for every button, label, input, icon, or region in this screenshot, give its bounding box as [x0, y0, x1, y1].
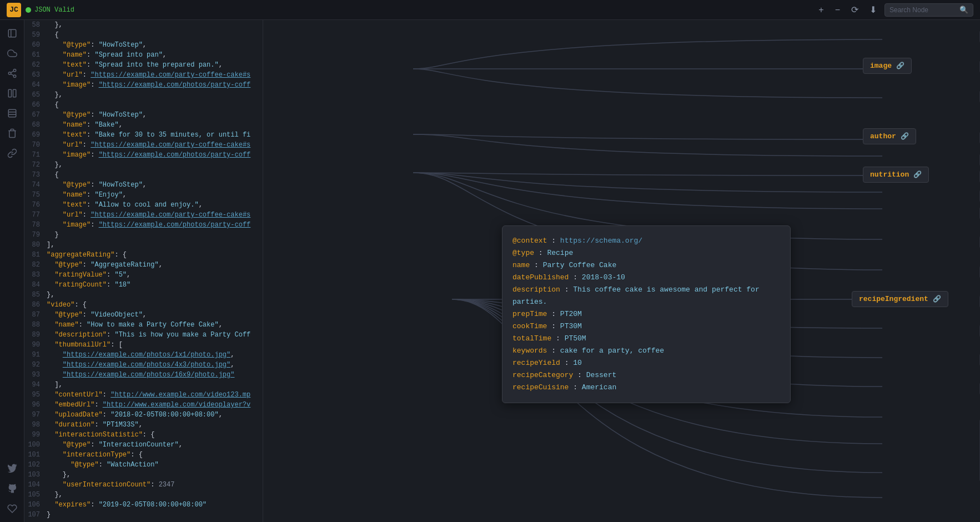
refresh-button[interactable]: ⟳ — [848, 3, 862, 16]
code-line: 60 "@type": "HowToStep", — [24, 40, 263, 50]
sidebar-item-layout[interactable] — [3, 104, 21, 122]
status-indicator: JSON Valid — [26, 6, 74, 14]
cat-val: Dessert — [586, 371, 617, 379]
code-line: 77 "url": "https://example.com/party-cof… — [24, 210, 263, 220]
svg-line-6 — [11, 71, 13, 73]
cuisine-key: recipeCuisine — [512, 383, 569, 392]
code-line: 70 "url": "https://example.com/party-cof… — [24, 140, 263, 150]
code-line: 89 "description": "This is how you make … — [24, 330, 263, 340]
download-button[interactable]: ⬇ — [866, 3, 880, 16]
image-node-label: image — [870, 62, 892, 70]
recipe-ingredient-node[interactable]: recipeIngredient 🔗 — [852, 291, 948, 307]
code-line: 87 "@type": "VideoObject", — [24, 310, 263, 320]
type-key: @type — [512, 249, 534, 257]
cook-val: PT30M — [560, 322, 582, 330]
sidebar-item-split[interactable] — [3, 84, 21, 102]
svg-rect-7 — [8, 89, 11, 97]
tooltip-line-cat: recipeCategory : Dessert — [512, 369, 780, 382]
cook-key: cookTime — [512, 322, 547, 330]
code-line: 96 "embedUrl": "http://www.example.com/v… — [24, 400, 263, 410]
code-line: 107} — [24, 510, 263, 520]
link-icon: 🔗 — [913, 170, 922, 179]
sidebar-item-share[interactable] — [3, 64, 21, 82]
graph-panel: image 🔗 author 🔗 nutrition 🔗 recipeIngre… — [263, 20, 980, 522]
svg-point-2 — [13, 69, 16, 72]
app-logo: JC — [7, 3, 21, 17]
date-key: datePublished — [512, 273, 569, 282]
sidebar-item-trash[interactable] — [3, 124, 21, 142]
cuisine-val: American — [582, 383, 616, 392]
code-line: 101 "interactionType": { — [24, 450, 263, 460]
code-line: 98 "duration": "PT1M33S", — [24, 420, 263, 430]
code-line: 90 "thumbnailUrl": [ — [24, 340, 263, 350]
author-node[interactable]: author 🔗 — [863, 128, 916, 144]
code-line: 91 "https://example.com/photos/1x1/photo… — [24, 350, 263, 360]
code-line: 88 "name": "How to make a Party Coffee C… — [24, 320, 263, 330]
code-line: 102 "@type": "WatchAction" — [24, 460, 263, 470]
tooltip-line-name: name : Party Coffee Cake — [512, 259, 780, 272]
tooltip-line-date: datePublished : 2018-03-10 — [512, 272, 780, 284]
cat-key: recipeCategory — [512, 371, 573, 379]
yield-val: 10 — [573, 359, 582, 367]
code-line: 74 "@type": "HowToStep", — [24, 180, 263, 190]
yield-key: recipeYield — [512, 359, 560, 367]
tooltip-line-prep: prepTime : PT20M — [512, 308, 780, 320]
code-line: 63 "url": "https://example.com/party-cof… — [24, 70, 263, 80]
code-line: 104 "userInteractionCount": 2347 — [24, 480, 263, 490]
tooltip-line-yield: recipeYield : 10 — [512, 357, 780, 369]
svg-line-5 — [11, 74, 13, 76]
code-line: 82 "@type": "AggregateRating", — [24, 260, 263, 270]
author-node-label: author — [870, 132, 896, 140]
code-line: 62 "text": "Spread into the prepared pan… — [24, 60, 263, 70]
link-icon: 🔗 — [901, 132, 909, 140]
code-line: 99 "interactionStatistic": { — [24, 430, 263, 440]
code-line: 64 "image": "https://example.com/photos/… — [24, 80, 263, 90]
code-line: 86"video": { — [24, 300, 263, 310]
code-line: 80], — [24, 240, 263, 250]
code-line: 97 "uploadDate": "2018-02-05T08:00:00+08… — [24, 410, 263, 420]
prep-val: PT20M — [560, 310, 582, 318]
code-line: 69 "text": "Bake for 30 to 35 minutes, o… — [24, 130, 263, 140]
sidebar-item-heart[interactable] — [3, 500, 21, 518]
image-node[interactable]: image 🔗 — [863, 58, 912, 74]
nutrition-node[interactable]: nutrition 🔗 — [863, 167, 929, 183]
total-val: PT50M — [565, 334, 586, 343]
code-line: 73 { — [24, 170, 263, 180]
context-val: https://schema.org/ — [560, 237, 642, 245]
recipe-ingredient-label: recipeIngredient — [859, 295, 928, 303]
code-line: 76 "text": "Allow to cool and enjoy.", — [24, 200, 263, 210]
date-val: 2018-03-10 — [582, 273, 625, 282]
sidebar-item-link[interactable] — [3, 144, 21, 162]
link-icon: 🔗 — [896, 62, 904, 70]
code-line: 94 ], — [24, 380, 263, 390]
svg-rect-9 — [8, 109, 16, 117]
search-box[interactable]: 🔍 — [884, 3, 973, 17]
zoom-out-button[interactable]: − — [832, 4, 843, 16]
search-icon: 🔍 — [959, 6, 968, 14]
search-input[interactable] — [889, 6, 956, 14]
code-line: 71 "image": "https://example.com/photos/… — [24, 150, 263, 160]
sidebar-item-file[interactable] — [3, 24, 21, 42]
sidebar-item-cloud[interactable] — [3, 44, 21, 62]
code-line: 95 "contentUrl": "http://www.example.com… — [24, 390, 263, 400]
desc-key: description — [512, 285, 560, 294]
add-button[interactable]: + — [815, 4, 827, 16]
code-line: 79 } — [24, 230, 263, 240]
tooltip-line-kw: keywords : cake for a party, coffee — [512, 345, 780, 357]
kw-val: cake for a party, coffee — [560, 347, 664, 355]
svg-point-4 — [13, 75, 16, 78]
code-panel: 58 }, 59 { 60 "@type": "HowToStep", 61 "… — [24, 20, 263, 522]
code-line: 93 "https://example.com/photos/16x9/phot… — [24, 370, 263, 380]
sidebar-item-github[interactable] — [3, 480, 21, 498]
tooltip-line-cuisine: recipeCuisine : American — [512, 382, 780, 394]
code-line: 81"aggregateRating": { — [24, 250, 263, 260]
svg-rect-8 — [13, 89, 16, 97]
link-icon: 🔗 — [933, 295, 941, 303]
sidebar-item-twitter[interactable] — [3, 460, 21, 478]
json-tooltip: @context : https://schema.org/ @type : R… — [502, 225, 791, 403]
svg-point-3 — [8, 72, 11, 75]
topbar: JC JSON Valid + − ⟳ ⬇ 🔍 — [0, 0, 980, 20]
code-line: 58 }, — [24, 20, 263, 30]
kw-key: keywords — [512, 347, 547, 355]
tooltip-line-desc: description : This coffee cake is awesom… — [512, 284, 780, 308]
